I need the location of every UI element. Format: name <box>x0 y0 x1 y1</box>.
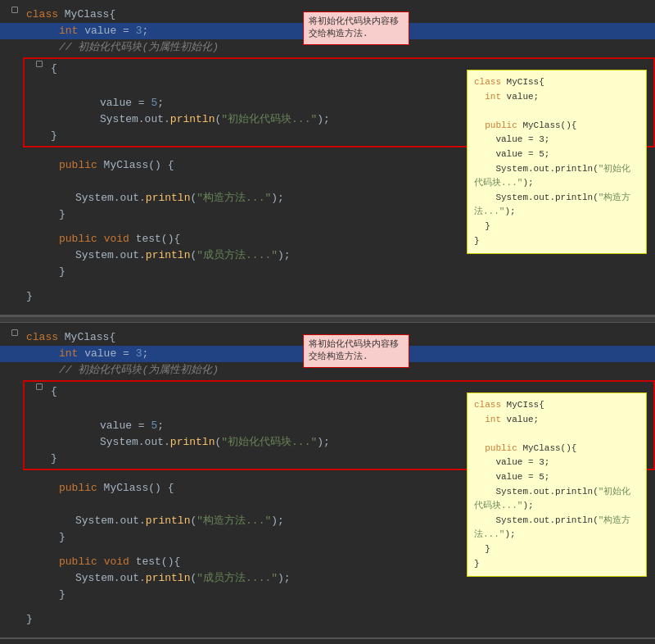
line-gutter <box>31 61 47 67</box>
yellow-line: System.out.println("初始化代码块..."); <box>474 485 639 514</box>
yellow-line: value = 3; <box>474 133 639 147</box>
yellow-line: } <box>474 542 639 557</box>
code-text: } <box>23 264 648 280</box>
yellow-line: } <box>474 557 639 572</box>
yellow-line <box>474 427 639 442</box>
yellow-line: System.out.println("初始化代码块..."); <box>474 162 639 191</box>
panel-1: 将初始化代码块内容移交给构造方法. class MyCIss{ int valu… <box>0 0 655 316</box>
yellow-line: value = 3; <box>474 456 639 470</box>
code-line: } <box>0 264 655 280</box>
code-text: } <box>23 288 648 305</box>
yellow-line <box>474 104 639 119</box>
line-gutter <box>7 7 23 13</box>
breakpoint-dot[interactable] <box>11 7 18 13</box>
breakpoint-dot[interactable] <box>36 61 43 67</box>
code-line <box>0 280 655 288</box>
yellow-line: } <box>474 220 639 234</box>
yellow-line: int value; <box>474 90 639 105</box>
annotation-box-1: 将初始化代码块内容移交给构造方法. <box>303 11 409 45</box>
yellow-line: int value; <box>474 413 639 428</box>
yellow-line: value = 5; <box>474 147 639 162</box>
code-line: } <box>0 587 655 603</box>
yellow-line: System.out.println("构造方法..."); <box>474 514 639 542</box>
code-text: } <box>23 587 648 603</box>
code-line: } <box>0 611 655 628</box>
code-line <box>0 603 655 611</box>
yellow-line: public MyClass(){ <box>474 119 639 134</box>
yellow-line: value = 5; <box>474 470 639 485</box>
code-text: } <box>23 611 648 628</box>
yellow-line: public MyClass(){ <box>474 442 639 456</box>
panel-2: 将初始化代码块内容移交给构造方法. class MyCIss{ int valu… <box>0 323 655 639</box>
yellow-panel-1: class MyCIss{ int value; public MyClass(… <box>467 70 647 254</box>
line-gutter <box>7 329 23 336</box>
line-gutter <box>31 383 47 390</box>
code-line: } <box>0 288 655 305</box>
yellow-line: } <box>474 234 639 249</box>
yellow-line: class MyCIss{ <box>474 75 639 90</box>
yellow-panel-2: class MyCIss{ int value; public MyClass(… <box>467 392 647 577</box>
yellow-line: class MyCIss{ <box>474 398 639 413</box>
breakpoint-dot[interactable] <box>11 329 18 336</box>
section-divider <box>0 316 655 323</box>
yellow-line: System.out.println("构造方法..."); <box>474 191 639 220</box>
breakpoint-dot[interactable] <box>36 383 43 390</box>
annotation-box-2: 将初始化代码块内容移交给构造方法. <box>303 334 409 368</box>
